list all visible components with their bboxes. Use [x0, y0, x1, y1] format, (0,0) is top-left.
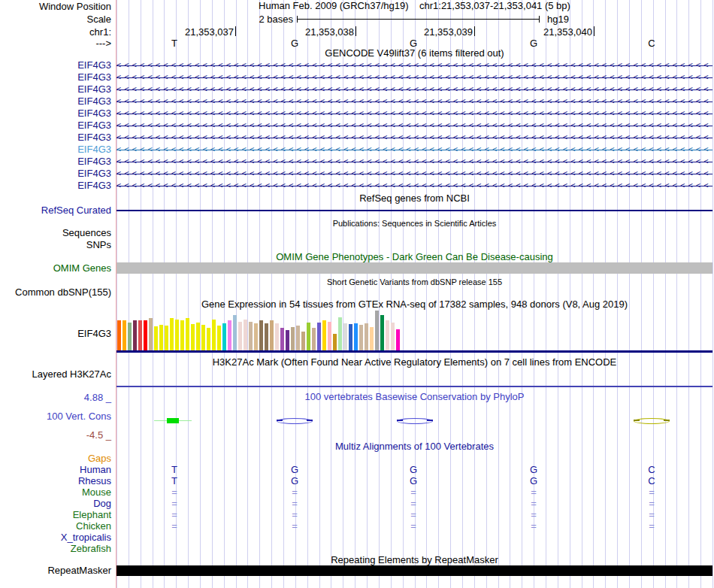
omim-gene-band[interactable] [116, 262, 712, 274]
eif4g3-gene-row[interactable]: <<<<<<<<<<<<<<<<<<<<<<<<<<<<<<<<<<<<<<<<… [116, 108, 712, 120]
minus-strand-arrows: <<<<<<<<<<<<<<<<<<<<<<<<<<<<<<<<<<<<<<<<… [116, 83, 712, 95]
gtex-bar[interactable] [233, 315, 237, 350]
gtex-bar[interactable] [249, 322, 253, 350]
gtex-baseline [116, 350, 712, 353]
minus-strand-arrows: <<<<<<<<<<<<<<<<<<<<<<<<<<<<<<<<<<<<<<<<… [116, 59, 712, 71]
gtex-bar[interactable] [212, 320, 216, 350]
eif4g3-gene-row[interactable]: <<<<<<<<<<<<<<<<<<<<<<<<<<<<<<<<<<<<<<<<… [116, 83, 712, 95]
conservation-marker-tip [277, 420, 283, 421]
multiz-species-label: Dog [0, 498, 111, 509]
multiz-cell: C [643, 475, 660, 486]
conservation-marker-tip [307, 420, 313, 421]
gtex-bar[interactable] [144, 320, 147, 350]
multiz-cell: G [525, 475, 542, 486]
multiz-cell: = [643, 486, 660, 498]
minus-strand-arrows: <<<<<<<<<<<<<<<<<<<<<<<<<<<<<<<<<<<<<<<<… [116, 156, 712, 168]
gtex-bar[interactable] [338, 317, 342, 350]
gtex-bar[interactable] [170, 318, 174, 350]
label-data-divider [116, 0, 116, 588]
publications-snps-label: SNPs [0, 239, 111, 250]
eif4g3-gene-row[interactable]: <<<<<<<<<<<<<<<<<<<<<<<<<<<<<<<<<<<<<<<<… [116, 144, 712, 156]
multiz-species-label: Zebrafish [0, 543, 111, 554]
multiz-cell: C [643, 464, 660, 475]
conservation-marker[interactable] [167, 418, 179, 423]
gtex-bar[interactable] [265, 323, 268, 350]
eif4g3-gene-row[interactable]: <<<<<<<<<<<<<<<<<<<<<<<<<<<<<<<<<<<<<<<<… [116, 156, 712, 168]
coordinate-tick [594, 26, 594, 36]
gtex-bar[interactable] [222, 323, 226, 350]
coordinate-tick [474, 26, 475, 36]
scale-bar-right-tick [539, 16, 540, 23]
gtex-bar[interactable] [228, 320, 231, 350]
gtex-bar[interactable] [154, 326, 158, 350]
gtex-bar[interactable] [391, 323, 395, 350]
eif4g3-gene-row[interactable]: <<<<<<<<<<<<<<<<<<<<<<<<<<<<<<<<<<<<<<<<… [116, 95, 712, 108]
gtex-bar[interactable] [259, 320, 263, 350]
base-letter: T [166, 38, 183, 49]
gtex-bar[interactable] [117, 320, 121, 350]
h3k27ac-label: Layered H3K27Ac [0, 368, 111, 380]
conservation-marker-tip [397, 420, 403, 421]
gtex-bar[interactable] [333, 334, 337, 350]
gtex-bar[interactable] [354, 323, 358, 350]
gtex-bar[interactable] [159, 325, 163, 350]
eif4g3-gene-row[interactable]: <<<<<<<<<<<<<<<<<<<<<<<<<<<<<<<<<<<<<<<<… [116, 71, 712, 83]
gtex-bar[interactable] [123, 320, 126, 350]
gencode-gene-label: EIF4G3 [0, 95, 111, 108]
gtex-bar[interactable] [312, 328, 316, 350]
eif4g3-gene-row[interactable]: <<<<<<<<<<<<<<<<<<<<<<<<<<<<<<<<<<<<<<<<… [116, 180, 712, 192]
h3k27ac-signal-line[interactable] [116, 386, 712, 387]
gtex-bar[interactable] [191, 324, 195, 350]
gtex-bar[interactable] [396, 329, 400, 350]
conservation-track-title: 100 vertebrates Basewise Conservation by… [116, 392, 712, 402]
gtex-bar[interactable] [286, 330, 289, 350]
gtex-bar[interactable] [133, 320, 137, 350]
gtex-bar[interactable] [291, 327, 295, 350]
gtex-bar[interactable] [270, 320, 274, 350]
gtex-bar[interactable] [165, 326, 168, 350]
gtex-bar[interactable] [280, 328, 284, 350]
gtex-bar[interactable] [201, 325, 205, 350]
gtex-bar[interactable] [386, 320, 389, 350]
repeatmasker-band[interactable] [116, 565, 712, 576]
refseq-curated-item[interactable] [116, 210, 712, 211]
eif4g3-gene-row[interactable]: <<<<<<<<<<<<<<<<<<<<<<<<<<<<<<<<<<<<<<<<… [116, 59, 712, 71]
gtex-bar[interactable] [149, 318, 153, 350]
gtex-bar[interactable] [196, 323, 200, 350]
gtex-bar[interactable] [375, 311, 379, 350]
gtex-bar[interactable] [370, 327, 374, 350]
gtex-bar[interactable] [359, 325, 363, 350]
gtex-bar[interactable] [138, 320, 142, 350]
gtex-bar[interactable] [343, 323, 347, 350]
gtex-bar[interactable] [254, 323, 258, 350]
dbsnp-label: Common dbSNP(155) [0, 286, 111, 298]
base-letter: C [643, 38, 660, 49]
gtex-bar[interactable] [207, 328, 210, 350]
minus-strand-arrows: <<<<<<<<<<<<<<<<<<<<<<<<<<<<<<<<<<<<<<<<… [116, 180, 712, 192]
gtex-bar[interactable] [275, 323, 279, 350]
multiz-species-label: Chicken [0, 520, 111, 532]
gtex-bar[interactable] [301, 332, 305, 350]
omim-genes-label: OMIM Genes [0, 262, 111, 274]
base-letter: G [286, 38, 303, 49]
eif4g3-gene-row[interactable]: <<<<<<<<<<<<<<<<<<<<<<<<<<<<<<<<<<<<<<<<… [116, 120, 712, 132]
gtex-bar[interactable] [349, 324, 352, 350]
gtex-bar[interactable] [180, 320, 184, 350]
eif4g3-gene-row[interactable]: <<<<<<<<<<<<<<<<<<<<<<<<<<<<<<<<<<<<<<<<… [116, 168, 712, 180]
gtex-bar[interactable] [128, 323, 132, 350]
gtex-bar[interactable] [244, 320, 247, 350]
gtex-bar[interactable] [238, 322, 242, 350]
gtex-bar[interactable] [307, 323, 310, 350]
gtex-bar[interactable] [365, 323, 368, 350]
gtex-bar[interactable] [328, 322, 331, 350]
gtex-bar[interactable] [186, 318, 189, 350]
gtex-bar[interactable] [380, 315, 384, 350]
gtex-bar[interactable] [317, 323, 321, 350]
multiz-cell: G [405, 475, 422, 486]
gtex-bar[interactable] [296, 326, 300, 350]
eif4g3-gene-row[interactable]: <<<<<<<<<<<<<<<<<<<<<<<<<<<<<<<<<<<<<<<<… [116, 132, 712, 144]
gtex-bar[interactable] [175, 320, 179, 350]
gtex-bar[interactable] [322, 320, 326, 350]
multiz-cell: = [286, 486, 303, 498]
gtex-bar[interactable] [217, 326, 221, 350]
